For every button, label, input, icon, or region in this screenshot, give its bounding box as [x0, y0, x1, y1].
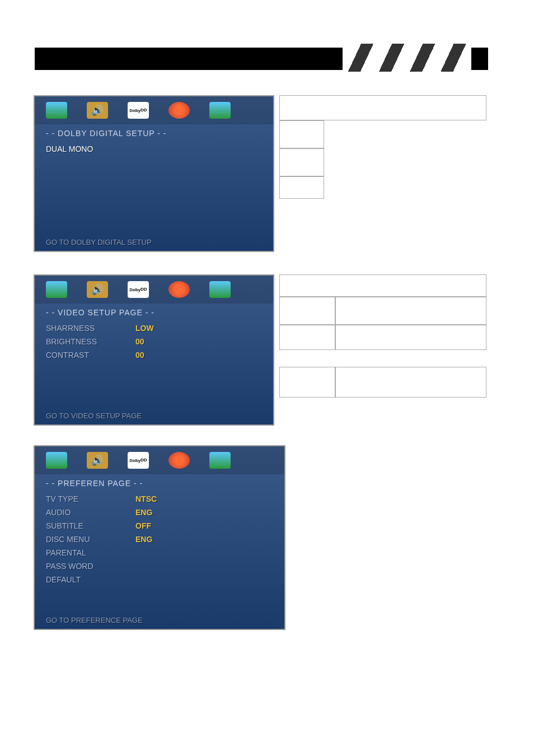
item-value: ENG: [135, 535, 152, 544]
item-label: BRIGHTNESS: [46, 337, 113, 346]
preference-setup-icon[interactable]: [209, 102, 231, 119]
audio-setup-icon[interactable]: 🔊: [87, 281, 108, 298]
preference-menu: 🔊 DD - - PREFEREN PAGE - - TV TYPE NTSC …: [34, 445, 285, 630]
item-value: 00: [135, 337, 144, 346]
side-panel-cell: [279, 367, 335, 398]
menu-item-tv-type[interactable]: TV TYPE NTSC: [35, 492, 284, 506]
item-value: LOW: [135, 324, 154, 333]
dolby-label: DD: [140, 287, 147, 292]
side-panel-cell: [279, 148, 324, 176]
item-label: DEFAULT: [46, 575, 113, 584]
video-setup-menu: 🔊 DD - - VIDEO SETUP PAGE - - SHARRNESS …: [34, 274, 274, 426]
menu-footer: GO TO DOLBY DIGITAL SETUP: [46, 238, 152, 246]
dolby-label: DD: [140, 108, 147, 113]
audio-setup-icon[interactable]: 🔊: [87, 102, 108, 119]
side-panel-row: [279, 274, 486, 297]
side-panel-cell: [335, 325, 486, 350]
menu-item-password[interactable]: PASS WORD: [35, 559, 284, 573]
menu-item-disc-menu[interactable]: DISC MENU ENG: [35, 533, 284, 546]
item-label: AUDIO: [46, 508, 113, 517]
dolby-setup-icon[interactable]: DD: [128, 281, 149, 298]
tab-icon-bar: 🔊 DD: [35, 446, 284, 474]
menu-title: - - VIDEO SETUP PAGE - -: [35, 304, 273, 321]
general-setup-icon[interactable]: [46, 102, 67, 119]
menu-title: - - PREFEREN PAGE - -: [35, 474, 284, 492]
menu-item-brightness[interactable]: BRIGHTNESS 00: [35, 335, 273, 348]
dolby-setup-menu: 🔊 DD - - DOLBY DIGITAL SETUP - - DUAL MO…: [34, 95, 274, 252]
item-value: NTSC: [135, 494, 157, 503]
item-value: ENG: [135, 508, 152, 517]
item-label: PARENTAL: [46, 548, 113, 557]
side-panel-cell: [335, 297, 486, 325]
dolby-label: DD: [140, 458, 147, 463]
menu-footer: GO TO PREFERENCE PAGE: [46, 616, 143, 624]
side-panel-cell: [279, 176, 324, 199]
menu-item-audio[interactable]: AUDIO ENG: [35, 506, 284, 519]
item-label: PASS WORD: [46, 562, 113, 571]
side-panel-cell: [279, 120, 324, 148]
dolby-setup-icon[interactable]: DD: [128, 102, 149, 119]
item-label: SUBTITLE: [46, 521, 113, 530]
tab-icon-bar: 🔊 DD: [35, 276, 273, 304]
preference-setup-icon[interactable]: [209, 281, 231, 298]
item-value: OFF: [135, 521, 151, 530]
menu-item-contrast[interactable]: CONTRAST 00: [35, 348, 273, 362]
item-label: TV TYPE: [46, 494, 113, 503]
side-panel-cell: [279, 325, 335, 350]
menu-item-dual-mono[interactable]: DUAL MONO: [35, 142, 273, 156]
menu-item-subtitle[interactable]: SUBTITLE OFF: [35, 519, 284, 533]
video-setup-icon[interactable]: [168, 281, 190, 298]
video-setup-icon[interactable]: [168, 102, 190, 119]
menu-item-parental[interactable]: PARENTAL: [35, 546, 284, 559]
tab-icon-bar: 🔊 DD: [35, 96, 273, 124]
general-setup-icon[interactable]: [46, 452, 67, 469]
item-label: SHARRNESS: [46, 324, 113, 333]
header-stripes-decoration: [343, 44, 471, 72]
video-setup-icon[interactable]: [168, 452, 190, 469]
side-panel-row: [279, 95, 486, 120]
item-label: DISC MENU: [46, 535, 113, 544]
menu-title: - - DOLBY DIGITAL SETUP - -: [35, 124, 273, 142]
audio-setup-icon[interactable]: 🔊: [87, 452, 108, 469]
menu-footer: GO TO VIDEO SETUP PAGE: [46, 412, 142, 420]
dolby-setup-icon[interactable]: DD: [128, 452, 149, 469]
general-setup-icon[interactable]: [46, 281, 67, 298]
preference-setup-icon[interactable]: [209, 452, 231, 469]
menu-item-sharpness[interactable]: SHARRNESS LOW: [35, 321, 273, 335]
item-value: 00: [135, 351, 144, 360]
item-label: DUAL MONO: [46, 144, 113, 153]
side-panel-cell: [279, 297, 335, 325]
item-label: CONTRAST: [46, 351, 113, 360]
menu-item-default[interactable]: DEFAULT: [35, 573, 284, 586]
side-panel-cell: [335, 367, 486, 398]
